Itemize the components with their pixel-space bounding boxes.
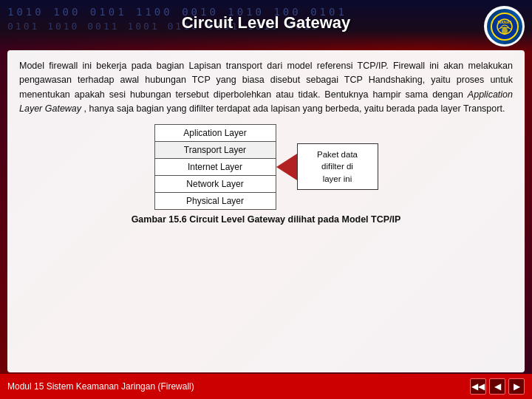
diagram-caption: Gambar 15.6 Circuit Level Gateway diliha…	[19, 214, 513, 225]
body-paragraph: Model firewall ini bekerja pada bagian L…	[19, 59, 513, 117]
slide-container: DIKNAS Circuit Level Gateway Model firew…	[0, 0, 532, 399]
layer-label-network: Network Layer	[154, 175, 276, 192]
callout-text: Paket datadifilter dilayer ini	[317, 150, 358, 183]
svg-point-3	[502, 27, 508, 35]
arrow-left-icon	[276, 154, 297, 180]
nav-prev-prev-icon: ◀◀	[471, 381, 485, 392]
nav-prev-prev-button[interactable]: ◀◀	[470, 378, 486, 395]
callout-box: Paket datadifilter dilayer ini	[297, 143, 378, 189]
nav-next-icon: ▶	[514, 381, 520, 392]
bottom-bar: Modul 15 Sistem Keamanan Jaringan (Firew…	[0, 374, 532, 399]
layers-table: Aplication Layer Transport Layer Interne…	[154, 124, 276, 210]
logo: DIKNAS	[484, 6, 525, 47]
diagram-wrapper: Aplication Layer Transport Layer Interne…	[19, 124, 513, 210]
layer-label-physical: Physical Layer	[154, 192, 276, 209]
nav-next-button[interactable]: ▶	[508, 378, 525, 395]
layer-row-transport: Transport Layer	[154, 141, 276, 158]
svg-point-0	[491, 13, 518, 40]
body-text-after-italic: , hanya saja bagian yang difilter terdap…	[81, 103, 505, 114]
nav-prev-icon: ◀	[494, 381, 501, 392]
layer-row-physical: Physical Layer	[154, 192, 276, 209]
layer-row-internet: Internet Layer	[154, 158, 276, 175]
slide-title: Circuit Level Gateway	[182, 13, 351, 32]
svg-text:DIKNAS: DIKNAS	[497, 20, 512, 24]
layer-label-application: Aplication Layer	[154, 124, 276, 141]
layer-row-application: Aplication Layer	[154, 124, 276, 141]
layer-label-transport: Transport Layer	[154, 141, 276, 158]
slide-title-bar: Circuit Level Gateway	[182, 13, 351, 33]
body-text-before-italic: Model firewall ini bekerja pada bagian L…	[19, 61, 513, 100]
nav-prev-button[interactable]: ◀	[489, 378, 505, 395]
layer-row-network: Network Layer	[154, 175, 276, 192]
arrow-container: Paket datadifilter dilayer ini	[276, 145, 378, 189]
logo-inner: DIKNAS	[487, 9, 522, 44]
content-area: Model firewall ini bekerja pada bagian L…	[7, 50, 525, 372]
layer-label-internet: Internet Layer	[154, 158, 276, 175]
nav-buttons: ◀◀ ◀ ▶	[470, 378, 525, 395]
bottom-label: Modul 15 Sistem Keamanan Jaringan (Firew…	[7, 381, 194, 392]
